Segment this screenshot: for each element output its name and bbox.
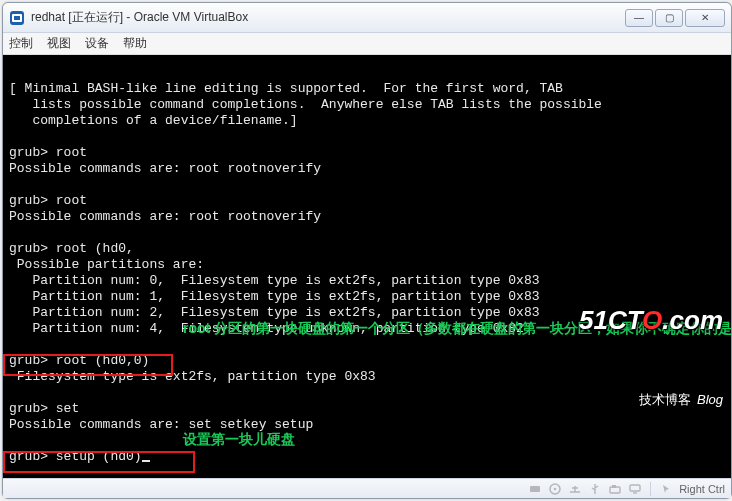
annotation-setup: 设置第一块儿硬盘 [183,431,295,447]
term-line: Possible partitions are: [9,257,204,272]
menu-help[interactable]: 帮助 [123,35,147,52]
cursor [142,460,150,462]
term-line: Possible commands are: root rootnoverify [9,209,321,224]
menu-view[interactable]: 视图 [47,35,71,52]
net-icon[interactable] [568,482,582,496]
menubar: 控制 视图 设备 帮助 [3,33,731,55]
term-line: Partition num: 2, Filesystem type is ext… [9,305,540,320]
term-line: [ Minimal BASH-like line editing is supp… [9,81,563,96]
cd-icon[interactable] [548,482,562,496]
term-line: grub> root (hd0,0) [9,353,149,368]
minimize-button[interactable]: — [625,9,653,27]
hdd-icon[interactable] [528,482,542,496]
term-line: grub> root [9,145,87,160]
titlebar[interactable]: redhat [正在运行] - Oracle VM VirtualBox — ▢… [3,3,731,33]
term-line: Filesystem type is ext2fs, partition typ… [9,369,376,384]
term-line: grub> set [9,401,79,416]
term-line: Partition num: 1, Filesystem type is ext… [9,289,540,304]
mouse-icon[interactable] [659,482,673,496]
term-line: grub> setup (hd0) [9,449,142,464]
window-controls: — ▢ ✕ [625,9,725,27]
status-separator [650,482,651,496]
term-line: Partition num: 0, Filesystem type is ext… [9,273,540,288]
term-line: grub> root (hd0, [9,241,134,256]
term-line: Possible commands are: root rootnoverify [9,161,321,176]
virtualbox-window: redhat [正在运行] - Oracle VM VirtualBox — ▢… [2,2,732,499]
term-line: grub> root [9,193,87,208]
guest-terminal[interactable]: [ Minimal BASH-like line editing is supp… [3,55,731,478]
close-button[interactable]: ✕ [685,9,725,27]
statusbar: Right Ctrl [3,478,731,498]
menu-devices[interactable]: 设备 [85,35,109,52]
app-icon [9,10,25,26]
usb-icon[interactable] [588,482,602,496]
hostkey-label: Right Ctrl [679,483,725,495]
svg-rect-3 [530,486,540,492]
svg-rect-7 [612,485,616,488]
window-title: redhat [正在运行] - Oracle VM VirtualBox [31,9,625,26]
term-line: completions of a device/filename.] [9,113,298,128]
svg-rect-8 [630,485,640,491]
maximize-button[interactable]: ▢ [655,9,683,27]
watermark: 51CTO.com 技术博客Blog [521,264,723,456]
menu-control[interactable]: 控制 [9,35,33,52]
term-line: lists possible command completions. Anyw… [9,97,602,112]
shared-icon[interactable] [608,482,622,496]
display-icon[interactable] [628,482,642,496]
term-line: Partition num: 4, Filesystem type unknow… [9,321,524,336]
term-line: Possible commands are: set setkey setup [9,417,313,432]
svg-rect-2 [14,16,20,20]
svg-point-5 [554,487,556,489]
